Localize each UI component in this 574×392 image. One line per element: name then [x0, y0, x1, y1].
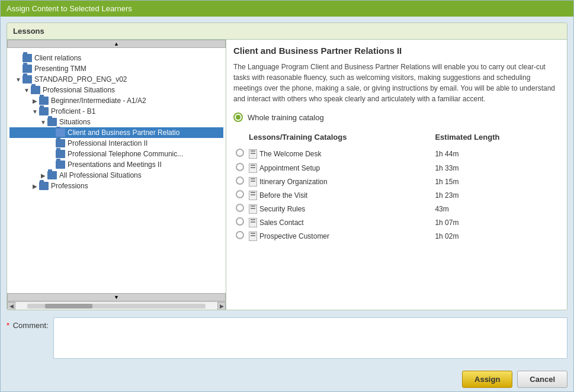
tree-item-client-relations[interactable]: Client relations: [9, 53, 223, 63]
cancel-button[interactable]: Cancel: [517, 371, 567, 388]
lesson-name-cell: Sales Contact: [246, 216, 432, 229]
tree-item-professional-telephone[interactable]: Professional Telephone Communic...: [9, 149, 223, 159]
lesson-name: The Welcome Desk: [259, 150, 321, 158]
folder-icon: [47, 171, 57, 179]
col-lessons-header: Lessons/Training Catalogs: [246, 130, 432, 146]
lesson-radio[interactable]: [236, 204, 244, 212]
lesson-icon: [249, 177, 257, 187]
tree-label: Client and Business Partner Relatio: [68, 128, 179, 137]
col-estimated-header: Estimated Length: [432, 130, 560, 146]
lesson-icon: [249, 163, 257, 173]
tree-item-all-professional[interactable]: ▶ All Professional Situations: [9, 170, 223, 181]
tree-label: Beginner/Intermediate - A1/A2: [51, 97, 146, 105]
lesson-radio[interactable]: [236, 217, 244, 226]
folder-icon: [31, 86, 40, 94]
table-row[interactable]: Itinerary Organization 1h 15m: [233, 175, 560, 188]
tree-item-presenting-tmm[interactable]: Presenting TMM: [9, 63, 223, 74]
tree-item-proficient-b1[interactable]: ▼ Proficient - B1: [9, 106, 223, 117]
lesson-icon: [249, 149, 257, 159]
lesson-radio[interactable]: [236, 190, 244, 198]
tree-label: Professional Telephone Communic...: [68, 150, 183, 158]
tree-label: Professional Situations: [43, 86, 115, 94]
toggle-icon: ▶: [31, 182, 39, 190]
lesson-cell: The Welcome Desk: [249, 149, 430, 159]
tree-scroll[interactable]: Client relations Presenting TMM ▼: [7, 48, 226, 293]
lessons-header: Lessons: [7, 23, 567, 40]
hscroll-left[interactable]: ◀: [7, 302, 15, 310]
lesson-length-cell: 1h 33m: [432, 161, 560, 175]
folder-icon: [56, 160, 65, 169]
folder-icon: [39, 107, 49, 115]
dialog-container: Assign Content to Selected Learners Less…: [0, 0, 574, 392]
lesson-name: Security Rules: [259, 205, 305, 213]
lesson-name: Appointment Setup: [259, 164, 320, 172]
lesson-name: Prospective Customer: [259, 232, 329, 240]
lesson-radio-cell: [233, 229, 246, 243]
folder-icon: [56, 139, 65, 147]
lesson-radio[interactable]: [236, 231, 244, 239]
folder-icon: [23, 65, 32, 73]
toggle-icon: ▼: [39, 118, 47, 126]
lesson-cell: Sales Contact: [249, 218, 430, 227]
lesson-icon: [249, 218, 257, 227]
detail-title: Client and Business Partner Relations II: [233, 46, 560, 56]
hscroll-thumb[interactable]: [45, 304, 92, 309]
assign-button[interactable]: Assign: [462, 371, 512, 388]
tree-label: Presenting TMM: [34, 65, 86, 73]
lesson-radio[interactable]: [236, 163, 244, 171]
dialog-body: Lessons ▲ Client relations: [1, 17, 573, 367]
catalog-table: Lessons/Training Catalogs Estimated Leng…: [233, 130, 560, 243]
tree-scroll-down[interactable]: ▼: [7, 293, 226, 301]
folder-icon: [56, 128, 65, 137]
lesson-cell: Security Rules: [249, 204, 430, 214]
lesson-radio-cell: [233, 202, 246, 216]
comment-textarea[interactable]: [53, 317, 567, 359]
required-star: *: [7, 321, 9, 330]
lesson-length-cell: 1h 15m: [432, 175, 560, 188]
tree-item-client-business[interactable]: Client and Business Partner Relatio: [9, 127, 223, 138]
tree-item-professions[interactable]: ▶ Professions: [9, 181, 223, 191]
folder-icon: [23, 54, 32, 62]
tree-label: Professions: [51, 182, 88, 190]
tree-scroll-up[interactable]: ▲: [7, 40, 226, 48]
lesson-name-cell: Security Rules: [246, 202, 432, 216]
table-row[interactable]: Before the Visit 1h 23m: [233, 188, 560, 202]
tree-item-presentations-meetings[interactable]: Presentations and Meetings II: [9, 159, 223, 170]
lesson-name: Before the Visit: [259, 191, 307, 200]
tree-label: All Professional Situations: [59, 171, 142, 179]
toggle-icon: ▼: [31, 107, 39, 115]
table-row[interactable]: Prospective Customer 1h 02m: [233, 229, 560, 243]
radio-whole-catalog[interactable]: Whole training catalog: [233, 113, 560, 122]
toggle-icon: [14, 65, 23, 73]
lesson-radio-cell: [233, 216, 246, 229]
tree-item-beginner-intermediate[interactable]: ▶ Beginner/Intermediate - A1/A2: [9, 95, 223, 106]
lesson-length-cell: 1h 44m: [432, 146, 560, 161]
tree-item-professional-situations[interactable]: ▼ Professional Situations: [9, 85, 223, 95]
tree-item-standard-pro-eng[interactable]: ▼ STANDARD_PRO_ENG_v02: [9, 74, 223, 85]
lesson-radio-cell: [233, 146, 246, 161]
table-row[interactable]: Sales Contact 1h 07m: [233, 216, 560, 229]
hscroll-right[interactable]: ▶: [217, 302, 226, 310]
comment-section: * Comment:: [7, 315, 567, 361]
lesson-cell: Prospective Customer: [249, 232, 430, 241]
table-row[interactable]: The Welcome Desk 1h 44m: [233, 146, 560, 161]
toggle-icon: [47, 139, 56, 147]
toggle-icon: [14, 54, 23, 62]
lesson-cell: Appointment Setup: [249, 163, 430, 173]
hscroll-track-container: [15, 303, 217, 310]
tree-hscroll[interactable]: ◀ ▶: [7, 301, 226, 310]
tree-item-situations[interactable]: ▼ Situations: [9, 117, 223, 127]
dialog-footer: Assign Cancel: [1, 367, 573, 391]
lesson-length-cell: 1h 23m: [432, 188, 560, 202]
table-row[interactable]: Security Rules 43m: [233, 202, 560, 216]
lesson-length-cell: 1h 02m: [432, 229, 560, 243]
tree-item-professional-interaction[interactable]: Professional Interaction II: [9, 138, 223, 149]
lesson-radio[interactable]: [236, 149, 244, 157]
folder-icon: [47, 118, 57, 126]
lesson-radio[interactable]: [236, 176, 244, 185]
table-row[interactable]: Appointment Setup 1h 33m: [233, 161, 560, 175]
comment-label: * Comment:: [7, 317, 49, 330]
radio-dot-selected: [233, 113, 243, 122]
toggle-icon: ▼: [23, 86, 31, 94]
lesson-name-cell: Before the Visit: [246, 188, 432, 202]
